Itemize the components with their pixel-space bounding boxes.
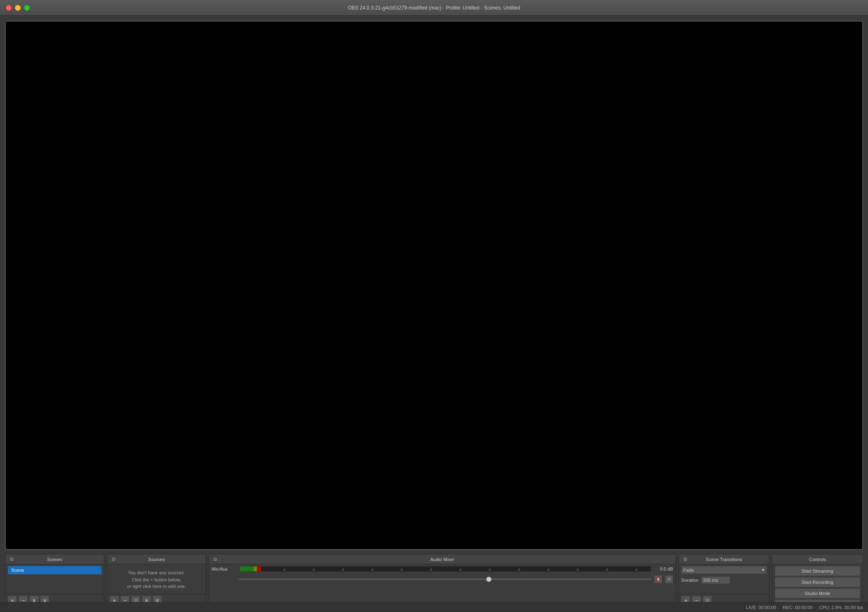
- audio-mixer-content: Mic/Aux -6 -6 -6 -6 -6 -6 -6: [209, 564, 676, 607]
- transition-dropdown-arrow: ▾: [762, 567, 765, 573]
- sources-panel-header: ⚙ Sources: [107, 554, 206, 564]
- audio-mixer-header: ⚙ Audio Mixer: [209, 554, 676, 564]
- scene-item[interactable]: Scene: [8, 566, 101, 574]
- scenes-panel: ⚙ Scenes Scene + − ∧ ∨: [5, 554, 104, 607]
- audio-controls-row: 🔇 ⚙: [212, 575, 673, 583]
- start-recording-button[interactable]: Start Recording: [775, 577, 860, 587]
- duration-row: Duration 300 ms: [681, 576, 767, 584]
- studio-mode-button[interactable]: Studio Mode: [775, 588, 860, 598]
- scenes-panel-header: ⚙ Scenes: [5, 554, 104, 564]
- sources-empty-line3: or right click here to add one.: [110, 583, 203, 590]
- scenes-list: Scene: [5, 564, 104, 594]
- volume-slider-micaux[interactable]: [239, 578, 652, 580]
- duration-label: Duration: [681, 578, 699, 583]
- transitions-content: Fade ▾ Duration 300 ms: [679, 564, 769, 594]
- controls-panel: Controls Start Streaming Start Recording…: [772, 554, 863, 607]
- audio-meter-micaux: -6 -6 -6 -6 -6 -6 -6 -6 -6 -6 -6: [240, 566, 651, 572]
- controls-panel-title: Controls: [776, 557, 859, 562]
- mute-button-micaux[interactable]: 🔇: [654, 575, 662, 583]
- main-container: ⚙ Scenes Scene + − ∧ ∨ ⚙ Sources: [0, 16, 868, 612]
- scenes-panel-title: Scenes: [14, 557, 95, 562]
- window-title: OBS 24.0.3-21-g4cb53279-modified (mac) -…: [348, 5, 520, 11]
- duration-value: 300 ms: [703, 578, 718, 583]
- audio-settings-icon: ⚙: [212, 557, 218, 562]
- sources-empty-line1: You don't have any sources.: [110, 569, 203, 576]
- duration-input[interactable]: 300 ms: [701, 576, 730, 584]
- scene-transitions-panel: ⚙ Scene Transitions Fade ▾ Duration 300 …: [678, 554, 769, 607]
- channel-name-micaux: Mic/Aux: [212, 566, 236, 571]
- controls-content: Start Streaming Start Recording Studio M…: [772, 564, 863, 607]
- sources-panel-title: Sources: [116, 557, 197, 562]
- transition-type-selector[interactable]: Fade ▾: [681, 566, 767, 574]
- audio-channel-header-row: Mic/Aux -6 -6 -6 -6 -6 -6 -6: [212, 566, 673, 572]
- audio-mixer-panel: ⚙ Audio Mixer Mic/Aux -6 -6 -6: [209, 554, 676, 607]
- sources-settings-icon: ⚙: [111, 557, 116, 562]
- status-bar: LIVE: 00:00:00 REC: 00:00:00 CPU: 2.9%, …: [0, 602, 868, 612]
- sources-content: You don't have any sources. Click the + …: [107, 564, 206, 594]
- audio-channel-micaux: Mic/Aux -6 -6 -6 -6 -6 -6 -6: [212, 566, 673, 583]
- transitions-panel-header: ⚙ Scene Transitions: [679, 554, 769, 564]
- sources-panel: ⚙ Sources You don't have any sources. Cl…: [107, 554, 206, 607]
- audio-mixer-title: Audio Mixer: [218, 557, 666, 562]
- transitions-panel-title: Scene Transitions: [688, 557, 760, 562]
- maximize-button[interactable]: [24, 5, 30, 11]
- sources-empty-message: You don't have any sources. Click the + …: [110, 569, 203, 590]
- start-streaming-button[interactable]: Start Streaming: [775, 566, 860, 576]
- live-status: LIVE: 00:00:00: [746, 605, 776, 610]
- audio-settings-button-micaux[interactable]: ⚙: [665, 575, 673, 583]
- channel-db-micaux: 0.0 dB: [654, 566, 673, 571]
- titlebar: OBS 24.0.3-21-g4cb53279-modified (mac) -…: [0, 0, 868, 16]
- preview-canvas: [5, 21, 863, 550]
- transitions-settings-icon: ⚙: [682, 557, 688, 562]
- bottom-panels: ⚙ Scenes Scene + − ∧ ∨ ⚙ Sources: [5, 554, 863, 607]
- close-button[interactable]: [6, 5, 12, 11]
- traffic-lights: [6, 5, 30, 11]
- transition-type-value: Fade: [683, 568, 694, 573]
- meter-scale: -6 -6 -6 -6 -6 -6 -6 -6 -6 -6 -6: [240, 566, 651, 571]
- minimize-button[interactable]: [15, 5, 21, 11]
- rec-status: REC: 00:00:00: [783, 605, 813, 610]
- controls-panel-header: Controls: [772, 554, 863, 564]
- sources-empty-line2: Click the + button below,: [110, 576, 203, 583]
- cpu-status: CPU: 2.9%, 30.00 fps: [819, 605, 863, 610]
- scenes-settings-icon: ⚙: [9, 557, 14, 562]
- volume-slider-thumb: [486, 577, 491, 582]
